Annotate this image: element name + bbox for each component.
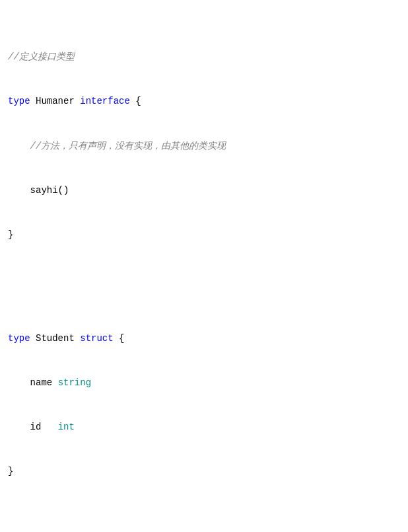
name-field-line: name string xyxy=(8,375,400,390)
blank-2 xyxy=(8,508,400,523)
student-struct-line: type Student struct { xyxy=(8,331,400,346)
id-field-line: id int xyxy=(8,420,400,434)
humaner-interface-line: type Humaner interface { xyxy=(8,94,400,108)
sayhi-decl-line: sayhi() xyxy=(8,183,400,198)
close-brace-1: } xyxy=(8,227,400,242)
close-brace-2: } xyxy=(8,464,400,478)
page-wrapper: //定义接口类型 type Humaner interface { //方法，只… xyxy=(8,5,400,532)
comment-line-1: //定义接口类型 xyxy=(8,50,400,64)
code-block: //定义接口类型 type Humaner interface { //方法，只… xyxy=(8,5,400,532)
blank-1 xyxy=(8,272,400,286)
comment-method-line: //方法，只有声明，没有实现，由其他的类实现 xyxy=(8,139,400,153)
